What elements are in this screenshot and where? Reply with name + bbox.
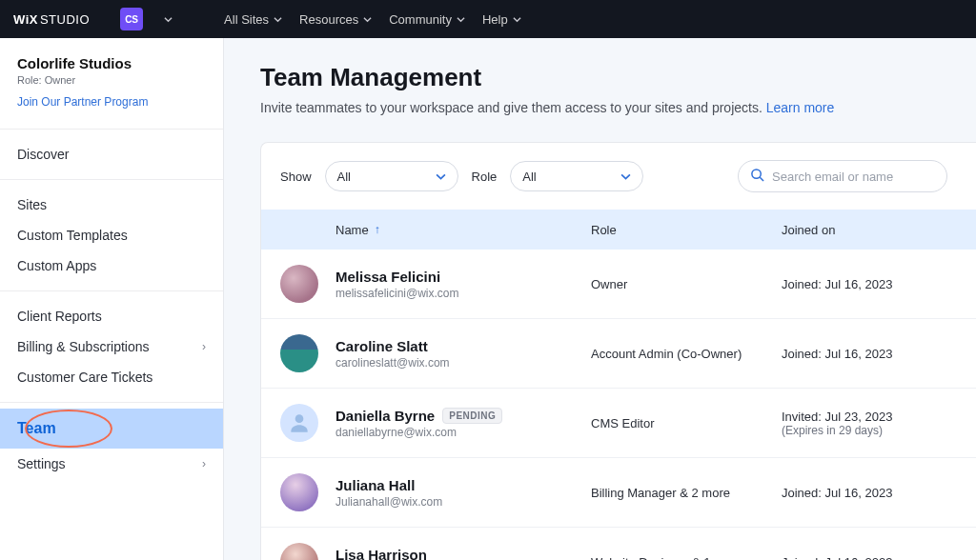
sidebar-item-label: Billing & Subscriptions bbox=[17, 339, 150, 354]
chevron-down-icon bbox=[363, 15, 372, 24]
member-name: Juliana Hall bbox=[336, 477, 591, 493]
page-subtitle-text: Invite teammates to your workspace and g… bbox=[260, 100, 766, 115]
main-content: Team Management Invite teammates to your… bbox=[224, 38, 976, 560]
page-subtitle: Invite teammates to your workspace and g… bbox=[260, 100, 976, 115]
table-row[interactable]: Caroline Slattcarolineslatt@wix.comAccou… bbox=[261, 319, 976, 389]
brand-bold: WiX bbox=[13, 12, 38, 27]
sidebar-item-label: Settings bbox=[17, 456, 66, 471]
sidebar-item-client-reports[interactable]: Client Reports bbox=[0, 301, 223, 331]
brand-thin: STUDIO bbox=[40, 12, 90, 27]
member-email: melissafelicini@wix.com bbox=[336, 287, 591, 300]
sidebar-item-team[interactable]: Team bbox=[0, 409, 223, 449]
org-role: Role: Owner bbox=[17, 74, 206, 86]
member-joined: Joined: Jul 16, 2023 bbox=[782, 277, 957, 291]
workspace-chevron-icon[interactable] bbox=[164, 12, 173, 27]
topnav-resources[interactable]: Resources bbox=[299, 12, 372, 27]
topnav-label: Help bbox=[482, 12, 508, 27]
sidebar-item-label: Sites bbox=[17, 197, 47, 212]
sidebar-item-label: Discover bbox=[17, 147, 69, 162]
sidebar-item-custom-templates[interactable]: Custom Templates bbox=[0, 220, 223, 250]
member-joined: Joined: Jul 16, 2023 bbox=[782, 555, 957, 561]
chevron-down-icon bbox=[513, 15, 521, 24]
filter-bar: Show All Role All bbox=[261, 143, 976, 210]
member-email: daniellabyrne@wix.com bbox=[336, 426, 591, 439]
org-name: Colorlife Studios bbox=[17, 55, 206, 71]
member-role: Account Admin (Co-Owner) bbox=[591, 347, 782, 361]
search-icon bbox=[750, 168, 764, 186]
col-header-joined[interactable]: Joined on bbox=[782, 223, 957, 237]
team-panel: Show All Role All bbox=[260, 142, 976, 560]
table-header: Name ↑ Role Joined on bbox=[261, 210, 976, 250]
chevron-right-icon: › bbox=[202, 457, 206, 470]
avatar bbox=[280, 473, 318, 511]
table-row[interactable]: Juliana HallJulianahall@wix.comBilling M… bbox=[261, 458, 976, 528]
topbar: WiX STUDIO CS All Sites Resources Commun… bbox=[0, 0, 976, 38]
svg-point-0 bbox=[752, 169, 761, 177]
sidebar-item-billing[interactable]: Billing & Subscriptions› bbox=[0, 331, 223, 362]
topnav-community[interactable]: Community bbox=[389, 12, 465, 27]
page-title: Team Management bbox=[260, 63, 976, 92]
sidebar-item-custom-apps[interactable]: Custom Apps bbox=[0, 250, 223, 281]
svg-point-1 bbox=[295, 414, 304, 423]
topnav-help[interactable]: Help bbox=[482, 12, 521, 27]
member-name: Daniella ByrnePENDING bbox=[336, 408, 591, 424]
col-header-name[interactable]: Name ↑ bbox=[336, 223, 591, 237]
member-role: Billing Manager & 2 more bbox=[591, 486, 782, 500]
avatar bbox=[280, 334, 318, 372]
brand-logo[interactable]: WiX STUDIO bbox=[13, 12, 90, 27]
search-input[interactable] bbox=[772, 170, 935, 184]
sidebar-item-label: Custom Apps bbox=[17, 258, 96, 273]
table-row[interactable]: Lisa Harrisonlisaharrison@wix.comWebsite… bbox=[261, 528, 976, 560]
chevron-down-icon bbox=[436, 171, 446, 182]
role-dropdown[interactable]: All bbox=[510, 161, 643, 191]
sidebar: Colorlife Studios Role: Owner Join Our P… bbox=[0, 38, 224, 560]
show-dropdown[interactable]: All bbox=[325, 161, 458, 191]
chevron-down-icon bbox=[620, 171, 631, 182]
sidebar-item-label: Team bbox=[17, 420, 56, 437]
topnav-label: All Sites bbox=[224, 12, 269, 27]
member-email: carolineslatt@wix.com bbox=[336, 356, 591, 370]
avatar bbox=[280, 543, 318, 560]
workspace-badge[interactable]: CS bbox=[120, 8, 143, 30]
role-value: All bbox=[522, 170, 536, 184]
member-name: Lisa Harrison bbox=[336, 547, 591, 561]
avatar bbox=[280, 265, 318, 303]
member-joined: Invited: Jul 23, 2023(Expires in 29 days… bbox=[782, 410, 957, 437]
member-joined: Joined: Jul 16, 2023 bbox=[782, 347, 957, 361]
partner-program-link[interactable]: Join Our Partner Program bbox=[17, 95, 148, 109]
topnav-label: Community bbox=[389, 12, 452, 27]
show-value: All bbox=[337, 170, 351, 184]
table-row[interactable]: Daniella ByrnePENDINGdaniellabyrne@wix.c… bbox=[261, 389, 976, 458]
pending-badge: PENDING bbox=[442, 408, 502, 424]
table-body: Melissa Felicinimelissafelicini@wix.comO… bbox=[261, 250, 976, 560]
sidebar-item-settings[interactable]: Settings› bbox=[0, 449, 223, 479]
sidebar-item-label: Customer Care Tickets bbox=[17, 370, 152, 385]
sort-asc-icon: ↑ bbox=[375, 223, 380, 236]
member-role: CMS Editor bbox=[591, 416, 782, 430]
show-label: Show bbox=[280, 170, 312, 184]
member-email: Julianahall@wix.com bbox=[336, 495, 591, 509]
topnav-label: Resources bbox=[299, 12, 358, 27]
chevron-down-icon bbox=[457, 15, 465, 24]
member-name: Melissa Felicini bbox=[336, 269, 591, 285]
member-joined: Joined: Jul 16, 2023 bbox=[782, 486, 957, 500]
sidebar-item-tickets[interactable]: Customer Care Tickets bbox=[0, 362, 223, 392]
member-role: Owner bbox=[591, 277, 782, 291]
role-label: Role bbox=[472, 170, 498, 184]
sidebar-item-label: Client Reports bbox=[17, 309, 102, 324]
chevron-right-icon: › bbox=[202, 340, 206, 353]
chevron-down-icon bbox=[274, 15, 282, 24]
col-header-role[interactable]: Role bbox=[591, 223, 782, 237]
learn-more-link[interactable]: Learn more bbox=[766, 100, 835, 115]
topnav-all-sites[interactable]: All Sites bbox=[224, 12, 282, 27]
avatar bbox=[280, 404, 318, 442]
col-header-label: Name bbox=[336, 223, 369, 237]
sidebar-item-label: Custom Templates bbox=[17, 228, 128, 243]
member-role: Website Designer & 1 more bbox=[591, 555, 782, 561]
sidebar-item-sites[interactable]: Sites bbox=[0, 190, 223, 220]
member-name: Caroline Slatt bbox=[336, 338, 591, 354]
sidebar-item-discover[interactable]: Discover bbox=[0, 139, 223, 170]
table-row[interactable]: Melissa Felicinimelissafelicini@wix.comO… bbox=[261, 250, 976, 319]
search-box[interactable] bbox=[738, 160, 947, 192]
